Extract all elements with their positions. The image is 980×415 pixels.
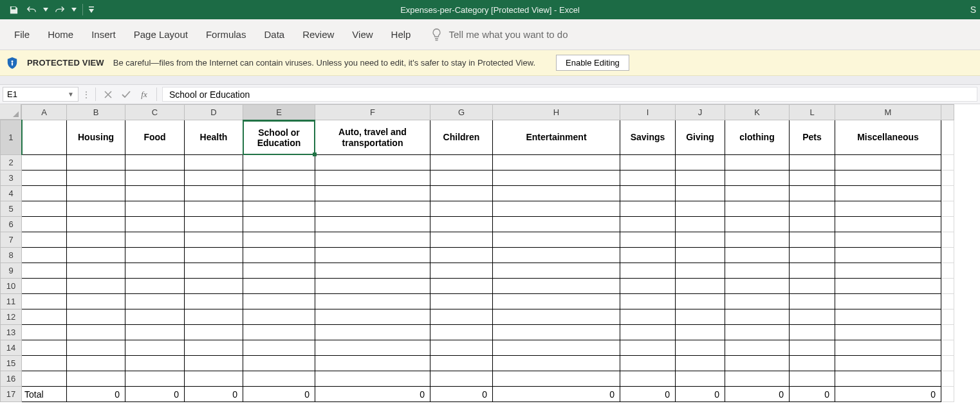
column-header-H[interactable]: H bbox=[493, 105, 620, 120]
cell-H15[interactable] bbox=[493, 356, 620, 371]
cell-M7[interactable] bbox=[835, 232, 941, 248]
row-header-12[interactable]: 12 bbox=[1, 309, 22, 325]
cell-H2[interactable] bbox=[493, 155, 620, 171]
cell-G10[interactable] bbox=[430, 279, 493, 294]
cell-J11[interactable] bbox=[676, 294, 725, 309]
cell-I1[interactable]: Savings bbox=[620, 120, 676, 155]
cell-D8[interactable] bbox=[185, 248, 243, 263]
cell-K8[interactable] bbox=[725, 248, 790, 263]
cell-I13[interactable] bbox=[620, 325, 676, 340]
cell-M6[interactable] bbox=[835, 217, 941, 232]
cell-L9[interactable] bbox=[790, 263, 835, 279]
cell-I2[interactable] bbox=[620, 155, 676, 171]
row-header-11[interactable]: 11 bbox=[1, 294, 22, 309]
cell-C7[interactable] bbox=[125, 232, 185, 248]
cell-A8[interactable] bbox=[22, 248, 67, 263]
cell-L6[interactable] bbox=[790, 217, 835, 232]
tab-file[interactable]: File bbox=[5, 21, 39, 48]
cell-I11[interactable] bbox=[620, 294, 676, 309]
column-header-M[interactable]: M bbox=[835, 105, 941, 120]
cell-J12[interactable] bbox=[676, 309, 725, 325]
cell-C5[interactable] bbox=[125, 201, 185, 217]
cell-I16[interactable] bbox=[620, 371, 676, 387]
cell-L12[interactable] bbox=[790, 309, 835, 325]
cancel-formula-button[interactable] bbox=[101, 88, 115, 102]
cell-B6[interactable] bbox=[67, 217, 125, 232]
cell-H14[interactable] bbox=[493, 340, 620, 356]
cell-C17[interactable]: 0 bbox=[125, 387, 185, 402]
cell-D3[interactable] bbox=[185, 171, 243, 186]
cell-E8[interactable] bbox=[243, 248, 315, 263]
cell-E15[interactable] bbox=[243, 356, 315, 371]
undo-dropdown[interactable] bbox=[41, 1, 50, 18]
cell-F4[interactable] bbox=[315, 186, 430, 201]
cell-B4[interactable] bbox=[67, 186, 125, 201]
cell-A5[interactable] bbox=[22, 201, 67, 217]
cell-F16[interactable] bbox=[315, 371, 430, 387]
cell-A6[interactable] bbox=[22, 217, 67, 232]
tab-view[interactable]: View bbox=[343, 21, 382, 48]
insert-function-button[interactable]: fx bbox=[137, 88, 151, 102]
cell-L17[interactable]: 0 bbox=[790, 387, 835, 402]
cell-K1[interactable]: clothing bbox=[725, 120, 790, 155]
cell-D12[interactable] bbox=[185, 309, 243, 325]
column-header-G[interactable]: G bbox=[430, 105, 493, 120]
cell-M10[interactable] bbox=[835, 279, 941, 294]
cell-J10[interactable] bbox=[676, 279, 725, 294]
cell-J17[interactable]: 0 bbox=[676, 387, 725, 402]
cell-I9[interactable] bbox=[620, 263, 676, 279]
cell-M16[interactable] bbox=[835, 371, 941, 387]
column-header-L[interactable]: L bbox=[790, 105, 835, 120]
cell-L8[interactable] bbox=[790, 248, 835, 263]
cell-M4[interactable] bbox=[835, 186, 941, 201]
cell-A11[interactable] bbox=[22, 294, 67, 309]
cell-F9[interactable] bbox=[315, 263, 430, 279]
column-header-J[interactable]: J bbox=[676, 105, 725, 120]
cell-M1[interactable]: Miscellaneous bbox=[835, 120, 941, 155]
column-header-K[interactable]: K bbox=[725, 105, 790, 120]
cell-J8[interactable] bbox=[676, 248, 725, 263]
cell-M14[interactable] bbox=[835, 340, 941, 356]
cell-M13[interactable] bbox=[835, 325, 941, 340]
cell-I5[interactable] bbox=[620, 201, 676, 217]
undo-button[interactable] bbox=[23, 1, 40, 18]
cell-I8[interactable] bbox=[620, 248, 676, 263]
cell-M2[interactable] bbox=[835, 155, 941, 171]
row-header-3[interactable]: 3 bbox=[1, 171, 22, 186]
cell-L15[interactable] bbox=[790, 356, 835, 371]
cell-B7[interactable] bbox=[67, 232, 125, 248]
cell-M5[interactable] bbox=[835, 201, 941, 217]
tab-data[interactable]: Data bbox=[255, 21, 293, 48]
cell-F12[interactable] bbox=[315, 309, 430, 325]
cell-J4[interactable] bbox=[676, 186, 725, 201]
cell-I15[interactable] bbox=[620, 356, 676, 371]
row-header-13[interactable]: 13 bbox=[1, 325, 22, 340]
cell-K5[interactable] bbox=[725, 201, 790, 217]
cell-G17[interactable]: 0 bbox=[430, 387, 493, 402]
cell-L4[interactable] bbox=[790, 186, 835, 201]
cell-K2[interactable] bbox=[725, 155, 790, 171]
cell-D4[interactable] bbox=[185, 186, 243, 201]
cell-E10[interactable] bbox=[243, 279, 315, 294]
tell-me-search[interactable]: Tell me what you want to do bbox=[431, 28, 568, 42]
cell-A14[interactable] bbox=[22, 340, 67, 356]
cell-B3[interactable] bbox=[67, 171, 125, 186]
cell-L13[interactable] bbox=[790, 325, 835, 340]
cell-I4[interactable] bbox=[620, 186, 676, 201]
cell-L1[interactable]: Pets bbox=[790, 120, 835, 155]
cell-H10[interactable] bbox=[493, 279, 620, 294]
cell-G3[interactable] bbox=[430, 171, 493, 186]
cell-F10[interactable] bbox=[315, 279, 430, 294]
cell-M9[interactable] bbox=[835, 263, 941, 279]
cell-E12[interactable] bbox=[243, 309, 315, 325]
cell-J7[interactable] bbox=[676, 232, 725, 248]
cell-H17[interactable]: 0 bbox=[493, 387, 620, 402]
cell-M11[interactable] bbox=[835, 294, 941, 309]
cell-L11[interactable] bbox=[790, 294, 835, 309]
cell-C10[interactable] bbox=[125, 279, 185, 294]
cell-I17[interactable]: 0 bbox=[620, 387, 676, 402]
cell-C3[interactable] bbox=[125, 171, 185, 186]
cell-J3[interactable] bbox=[676, 171, 725, 186]
cell-L7[interactable] bbox=[790, 232, 835, 248]
cell-E9[interactable] bbox=[243, 263, 315, 279]
